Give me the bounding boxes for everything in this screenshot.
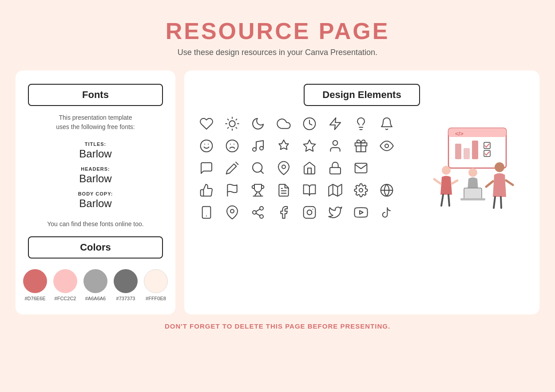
svg-rect-29	[330, 168, 341, 174]
svg-point-42	[260, 207, 263, 210]
svg-rect-39	[202, 207, 211, 219]
font-titles-label: TITLES:	[85, 141, 107, 147]
svg-point-18	[253, 148, 256, 151]
svg-point-0	[229, 121, 235, 126]
moon-icon	[249, 115, 267, 133]
color-hex-3: #A6A6A6	[85, 296, 106, 301]
font-headers: HEADERS: Barlow	[79, 165, 111, 185]
page-title: RESOURCE PAGE	[166, 18, 390, 44]
font-description: This presentation template uses the foll…	[56, 113, 135, 132]
megaphone-icon	[326, 115, 344, 133]
page-subtitle: Use these design resources in your Canva…	[166, 48, 390, 57]
svg-point-12	[201, 140, 213, 152]
settings-icon	[352, 181, 370, 199]
color-hex-4: #737373	[116, 296, 135, 301]
icon-row-5	[198, 204, 415, 221]
svg-point-24	[385, 144, 388, 148]
svg-line-70	[501, 197, 501, 208]
icon-row-4	[198, 181, 415, 199]
eye-icon	[378, 137, 396, 155]
color-swatch-2: #FCC2C2	[53, 269, 77, 301]
mail-icon	[352, 159, 370, 177]
page-header: RESOURCE PAGE Use these design resources…	[166, 18, 390, 57]
svg-point-15	[226, 140, 238, 152]
svg-line-67	[486, 181, 493, 187]
music-icon	[249, 137, 267, 155]
color-hex-2: #FCC2C2	[55, 296, 76, 301]
icon-row-2	[198, 137, 415, 155]
globe-icon	[378, 181, 396, 199]
home-icon	[301, 159, 318, 177]
color-circle-5	[144, 269, 168, 293]
svg-rect-64	[464, 188, 482, 199]
color-circle-2	[53, 269, 77, 293]
svg-point-66	[495, 162, 504, 172]
svg-line-25	[236, 162, 238, 165]
book-icon	[301, 181, 318, 199]
right-panel: Design Elements	[184, 71, 539, 314]
font-headers-name: Barlow	[79, 172, 111, 185]
location-icon	[223, 204, 241, 221]
svg-line-45	[256, 213, 260, 216]
font-headers-label: HEADERS:	[81, 166, 110, 172]
svg-line-46	[256, 209, 260, 212]
svg-line-59	[434, 179, 440, 184]
svg-line-8	[236, 119, 237, 120]
svg-line-4	[236, 127, 237, 128]
icons-area: </>	[198, 115, 526, 221]
svg-point-43	[253, 211, 256, 214]
illustration-area: </>	[420, 115, 526, 221]
color-swatch-3: #A6A6A6	[83, 269, 107, 301]
svg-rect-47	[304, 207, 316, 219]
footer-warning: DON'T FORGET TO DELETE THIS PAGE BEFORE …	[165, 322, 390, 330]
svg-marker-20	[304, 140, 316, 151]
svg-text:</>: </>	[455, 130, 464, 137]
illustration-svg: </>	[422, 119, 524, 217]
color-swatch-1: #D76E6E	[23, 269, 47, 301]
font-titles: TITLES: Barlow	[79, 140, 111, 160]
color-circle-4	[114, 269, 138, 293]
bell-icon	[378, 115, 396, 133]
svg-point-58	[442, 166, 451, 175]
fonts-header: Fonts	[28, 84, 163, 106]
svg-line-7	[228, 127, 229, 128]
left-panel: Fonts This presentation template uses th…	[16, 71, 175, 314]
svg-point-19	[260, 146, 263, 150]
heart-icon	[198, 115, 215, 133]
clock-icon	[301, 115, 318, 133]
colors-header: Colors	[28, 236, 163, 259]
search-icon	[249, 159, 267, 177]
user-icon	[326, 137, 344, 155]
color-circle-3	[83, 269, 107, 293]
svg-line-68	[506, 180, 513, 185]
pencil-icon	[223, 159, 241, 177]
svg-rect-53	[455, 144, 461, 159]
phone-icon	[198, 204, 215, 221]
map-icon	[326, 181, 344, 199]
font-find-text: You can find these fonts online too.	[47, 220, 143, 227]
color-hex-5: #FFF0E8	[146, 296, 166, 301]
rocket-icon	[275, 137, 293, 155]
svg-point-41	[230, 209, 234, 213]
svg-rect-55	[472, 141, 478, 159]
design-elements-header: Design Elements	[304, 84, 420, 106]
color-hex-1: #D76E6E	[24, 296, 45, 301]
trophy-icon	[249, 181, 267, 199]
document-icon	[275, 181, 293, 199]
svg-marker-49	[360, 211, 363, 214]
instagram-icon	[301, 204, 318, 221]
pin-icon	[275, 159, 293, 177]
sun-icon	[223, 115, 241, 133]
chat-icon	[198, 159, 215, 177]
icons-grid	[198, 115, 415, 221]
font-body-label: BODY COPY:	[78, 191, 113, 196]
svg-line-61	[441, 195, 443, 206]
color-circle-1	[23, 269, 47, 293]
icon-row-1	[198, 115, 415, 133]
font-body: BODY COPY: Barlow	[78, 189, 113, 210]
main-content: Fonts This presentation template uses th…	[16, 71, 539, 314]
lock-icon	[326, 159, 344, 177]
svg-point-21	[333, 141, 338, 145]
svg-rect-65	[460, 198, 485, 200]
color-swatch-4: #737373	[114, 269, 138, 301]
